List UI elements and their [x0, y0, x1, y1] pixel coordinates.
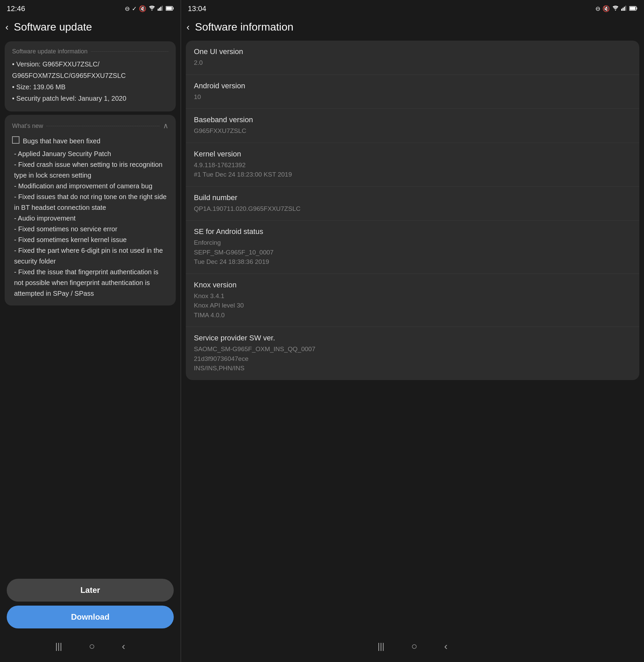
status-time-left: 12:46	[7, 4, 25, 13]
update-info-section-label: Software update information	[12, 48, 168, 55]
knox-version-label: Knox version	[194, 281, 631, 289]
bug-list: Bugs that have been fixed - Applied Janu…	[12, 136, 168, 299]
svg-rect-10	[623, 8, 624, 11]
battery-icon	[166, 5, 174, 13]
svg-rect-4	[162, 6, 163, 11]
svg-rect-1	[158, 9, 159, 11]
status-bar-right: 13:04 ⊖ 🔇	[181, 0, 644, 16]
mute-icon: 🔇	[139, 5, 146, 13]
home-icon[interactable]: ○	[89, 641, 95, 652]
do-not-disturb-icon: ⊖	[125, 5, 130, 13]
knox-version-value: Knox 3.4.1Knox API level 30TIMA 4.0.0	[194, 291, 631, 320]
bug-item-3: - Modification and improvement of camera…	[14, 181, 168, 191]
bug-item-7: - Fixed sometimes kernel kernel issue	[14, 234, 168, 245]
baseband-version-value: G965FXXU7ZSLC	[194, 126, 631, 136]
bug-item-9: - Fixed the issue that fingerprint authe…	[14, 267, 168, 299]
bug-item-2: - Fixed crash issue when setting to iris…	[14, 159, 168, 181]
signal-icon-right	[621, 5, 627, 13]
android-version-label: Android version	[194, 82, 631, 90]
svg-point-0	[152, 9, 153, 10]
bug-item-1: - Applied January Security Patch	[14, 148, 168, 159]
battery-icon-right	[629, 5, 637, 13]
download-button[interactable]: Download	[7, 605, 174, 628]
build-number-label: Build number	[194, 193, 631, 202]
left-phone-screen: 12:46 ⊖ ✓ 🔇	[0, 0, 181, 662]
service-provider-row: Service provider SW ver. SAOMC_SM-G965F_…	[186, 327, 639, 380]
kernel-version-value: 4.9.118-17621392#1 Tue Dec 24 18:23:00 K…	[194, 160, 631, 180]
signal-icon	[158, 5, 164, 13]
bottom-buttons: Later Download	[0, 573, 181, 635]
header-right: ‹ Software information	[181, 16, 644, 38]
svg-rect-3	[160, 7, 161, 11]
back-button-left[interactable]: ‹	[5, 22, 8, 32]
whats-new-title: What's new	[12, 123, 43, 130]
later-button[interactable]: Later	[7, 579, 174, 601]
dotted-divider	[91, 51, 168, 52]
bug-item-8: - Fixed the part where 6-digit pin is no…	[14, 245, 168, 267]
status-time-right: 13:04	[188, 4, 206, 13]
svg-rect-7	[166, 7, 172, 10]
recent-apps-icon-right[interactable]: |||	[378, 641, 384, 652]
bug-item-6: - Fixed sometimes no service error	[14, 224, 168, 234]
svg-rect-6	[173, 7, 174, 9]
whats-new-dotted	[46, 126, 160, 126]
bugs-checkbox[interactable]	[12, 136, 20, 144]
baseband-version-label: Baseband version	[194, 115, 631, 124]
one-ui-version-value: 2.0	[194, 58, 631, 68]
bugs-label: Bugs that have been fixed	[23, 136, 100, 146]
content-left: Software update information • Version: G…	[0, 38, 181, 573]
bug-header: Bugs that have been fixed	[12, 136, 168, 146]
whats-new-card: What's new ∧ Bugs that have been fixed -…	[5, 115, 176, 306]
wifi-icon	[148, 5, 156, 13]
kernel-version-label: Kernel version	[194, 150, 631, 158]
nav-bar-left: ||| ○ ‹	[0, 635, 181, 662]
service-provider-value: SAOMC_SM-G965F_OXM_INS_QQ_000721d3f90736…	[194, 345, 631, 373]
right-phone-screen: 13:04 ⊖ 🔇	[181, 0, 644, 662]
nav-bar-right: ||| ○ ‹	[181, 635, 644, 662]
status-bar-left: 12:46 ⊖ ✓ 🔇	[0, 0, 181, 16]
check-icon: ✓	[132, 5, 137, 13]
knox-version-row: Knox version Knox 3.4.1Knox API level 30…	[186, 274, 639, 327]
svg-rect-11	[624, 7, 625, 11]
mute-icon-right: 🔇	[602, 5, 610, 13]
bug-item-4: - Fixed issues that do not ring tone on …	[14, 191, 168, 213]
one-ui-version-label: One UI version	[194, 47, 631, 56]
page-title-right: Software information	[195, 21, 293, 33]
build-number-value: QP1A.190711.020.G965FXXU7ZSLC	[194, 204, 631, 214]
build-number-row: Build number QP1A.190711.020.G965FXXU7ZS…	[186, 186, 639, 221]
svg-rect-2	[159, 8, 160, 11]
update-info-card: Software update information • Version: G…	[5, 41, 176, 111]
back-nav-icon[interactable]: ‹	[122, 641, 125, 652]
update-info-text: • Version: G965FXXU7ZSLC/ G965FOXM7ZSLC/…	[12, 59, 168, 104]
bug-item-5: - Audio improvement	[14, 213, 168, 224]
software-info-card: One UI version 2.0 Android version 10 Ba…	[186, 41, 639, 380]
svg-rect-15	[630, 7, 636, 10]
wifi-icon-right	[612, 5, 619, 13]
recent-apps-icon[interactable]: |||	[55, 641, 62, 652]
kernel-version-row: Kernel version 4.9.118-17621392#1 Tue De…	[186, 143, 639, 186]
back-nav-icon-right[interactable]: ‹	[444, 641, 447, 652]
home-icon-right[interactable]: ○	[411, 641, 417, 652]
header-left: ‹ Software update	[0, 16, 181, 38]
one-ui-version-row: One UI version 2.0	[186, 41, 639, 75]
svg-rect-12	[625, 6, 626, 11]
se-android-value: EnforcingSEPF_SM-G965F_10_0007Tue Dec 24…	[194, 238, 631, 267]
se-android-label: SE for Android status	[194, 227, 631, 236]
back-button-right[interactable]: ‹	[186, 22, 189, 32]
svg-rect-14	[637, 7, 637, 9]
whats-new-header: What's new ∧	[12, 122, 168, 130]
dnd-icon-right: ⊖	[595, 5, 600, 13]
svg-rect-9	[621, 9, 622, 11]
page-title-left: Software update	[14, 21, 92, 33]
service-provider-label: Service provider SW ver.	[194, 334, 631, 343]
se-android-row: SE for Android status EnforcingSEPF_SM-G…	[186, 221, 639, 274]
status-icons-right: ⊖ 🔇	[595, 5, 637, 13]
status-icons-left: ⊖ ✓ 🔇	[125, 5, 174, 13]
svg-point-8	[615, 9, 616, 10]
baseband-version-row: Baseband version G965FXXU7ZSLC	[186, 109, 639, 143]
chevron-up-icon[interactable]: ∧	[163, 122, 168, 130]
android-version-value: 10	[194, 92, 631, 102]
android-version-row: Android version 10	[186, 75, 639, 109]
